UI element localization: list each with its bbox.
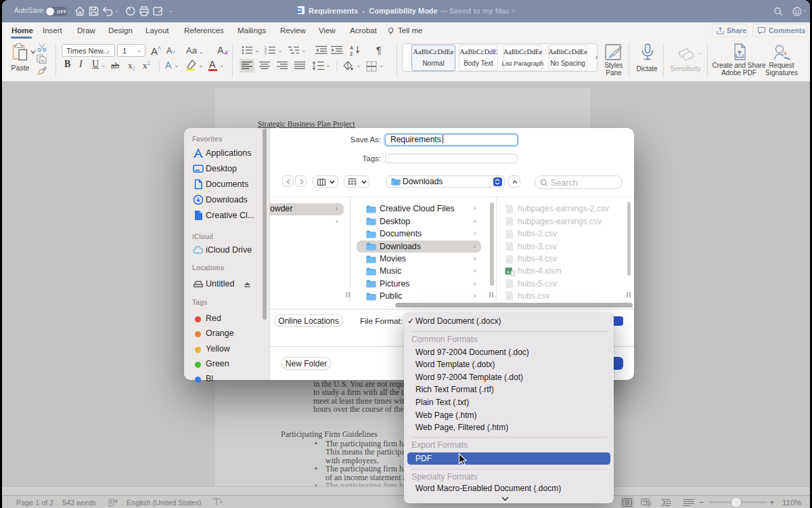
svg-text:A: A <box>350 45 353 50</box>
svg-text:3: 3 <box>265 51 267 56</box>
svg-text:Z: Z <box>350 51 353 56</box>
svg-text:x: x <box>507 268 510 274</box>
svg-text:x: x <box>784 51 787 56</box>
